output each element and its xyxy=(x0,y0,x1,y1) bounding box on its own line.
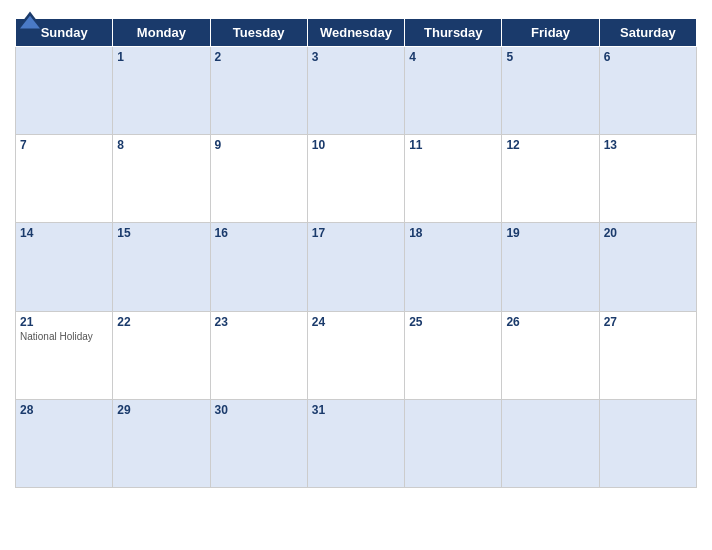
weekday-header-thursday: Thursday xyxy=(405,19,502,47)
calendar-cell: 11 xyxy=(405,135,502,223)
calendar-week-2: 78910111213 xyxy=(16,135,697,223)
day-number: 7 xyxy=(20,138,108,152)
calendar-cell: 25 xyxy=(405,311,502,399)
calendar-cell: 19 xyxy=(502,223,599,311)
day-number: 31 xyxy=(312,403,400,417)
calendar-cell xyxy=(16,47,113,135)
day-number: 10 xyxy=(312,138,400,152)
day-number: 28 xyxy=(20,403,108,417)
calendar-cell: 12 xyxy=(502,135,599,223)
calendar-cell: 16 xyxy=(210,223,307,311)
weekday-header-tuesday: Tuesday xyxy=(210,19,307,47)
weekday-header-row: SundayMondayTuesdayWednesdayThursdayFrid… xyxy=(16,19,697,47)
day-number: 11 xyxy=(409,138,497,152)
day-number: 20 xyxy=(604,226,692,240)
day-number: 8 xyxy=(117,138,205,152)
day-number: 6 xyxy=(604,50,692,64)
calendar-cell: 28 xyxy=(16,399,113,487)
day-number: 2 xyxy=(215,50,303,64)
calendar-cell: 22 xyxy=(113,311,210,399)
day-number: 17 xyxy=(312,226,400,240)
calendar-cell: 24 xyxy=(307,311,404,399)
day-number: 19 xyxy=(506,226,594,240)
calendar-week-5: 28293031 xyxy=(16,399,697,487)
calendar-cell: 14 xyxy=(16,223,113,311)
day-number: 22 xyxy=(117,315,205,329)
logo-area xyxy=(15,10,48,30)
calendar-cell: 1 xyxy=(113,47,210,135)
logo-icon xyxy=(15,10,45,30)
calendar-cell: 26 xyxy=(502,311,599,399)
calendar-week-3: 14151617181920 xyxy=(16,223,697,311)
day-number: 3 xyxy=(312,50,400,64)
calendar-cell xyxy=(405,399,502,487)
calendar-cell: 31 xyxy=(307,399,404,487)
calendar-cell: 8 xyxy=(113,135,210,223)
calendar-cell xyxy=(502,399,599,487)
day-number: 12 xyxy=(506,138,594,152)
day-number: 24 xyxy=(312,315,400,329)
calendar-week-1: 123456 xyxy=(16,47,697,135)
day-number: 16 xyxy=(215,226,303,240)
holiday-label: National Holiday xyxy=(20,331,108,342)
calendar-week-4: 21National Holiday222324252627 xyxy=(16,311,697,399)
day-number: 21 xyxy=(20,315,108,329)
day-number: 23 xyxy=(215,315,303,329)
calendar-cell: 23 xyxy=(210,311,307,399)
calendar-cell: 18 xyxy=(405,223,502,311)
day-number: 18 xyxy=(409,226,497,240)
calendar-cell: 3 xyxy=(307,47,404,135)
calendar-cell xyxy=(599,399,696,487)
calendar-container: SundayMondayTuesdayWednesdayThursdayFrid… xyxy=(0,0,712,550)
calendar-table: SundayMondayTuesdayWednesdayThursdayFrid… xyxy=(15,18,697,488)
calendar-cell: 13 xyxy=(599,135,696,223)
calendar-cell: 27 xyxy=(599,311,696,399)
calendar-cell: 10 xyxy=(307,135,404,223)
weekday-header-saturday: Saturday xyxy=(599,19,696,47)
calendar-cell: 4 xyxy=(405,47,502,135)
calendar-cell: 15 xyxy=(113,223,210,311)
calendar-cell: 6 xyxy=(599,47,696,135)
day-number: 25 xyxy=(409,315,497,329)
calendar-cell: 9 xyxy=(210,135,307,223)
logo-wrapper xyxy=(15,10,48,30)
day-number: 26 xyxy=(506,315,594,329)
day-number: 5 xyxy=(506,50,594,64)
calendar-cell: 29 xyxy=(113,399,210,487)
day-number: 29 xyxy=(117,403,205,417)
weekday-header-friday: Friday xyxy=(502,19,599,47)
day-number: 30 xyxy=(215,403,303,417)
calendar-cell: 5 xyxy=(502,47,599,135)
day-number: 27 xyxy=(604,315,692,329)
weekday-header-wednesday: Wednesday xyxy=(307,19,404,47)
weekday-header-monday: Monday xyxy=(113,19,210,47)
day-number: 14 xyxy=(20,226,108,240)
calendar-body: 123456789101112131415161718192021Nationa… xyxy=(16,47,697,488)
calendar-cell: 20 xyxy=(599,223,696,311)
day-number: 13 xyxy=(604,138,692,152)
day-number: 15 xyxy=(117,226,205,240)
day-number: 9 xyxy=(215,138,303,152)
day-number: 1 xyxy=(117,50,205,64)
calendar-cell: 21National Holiday xyxy=(16,311,113,399)
day-number: 4 xyxy=(409,50,497,64)
calendar-cell: 7 xyxy=(16,135,113,223)
calendar-cell: 2 xyxy=(210,47,307,135)
calendar-cell: 30 xyxy=(210,399,307,487)
calendar-cell: 17 xyxy=(307,223,404,311)
